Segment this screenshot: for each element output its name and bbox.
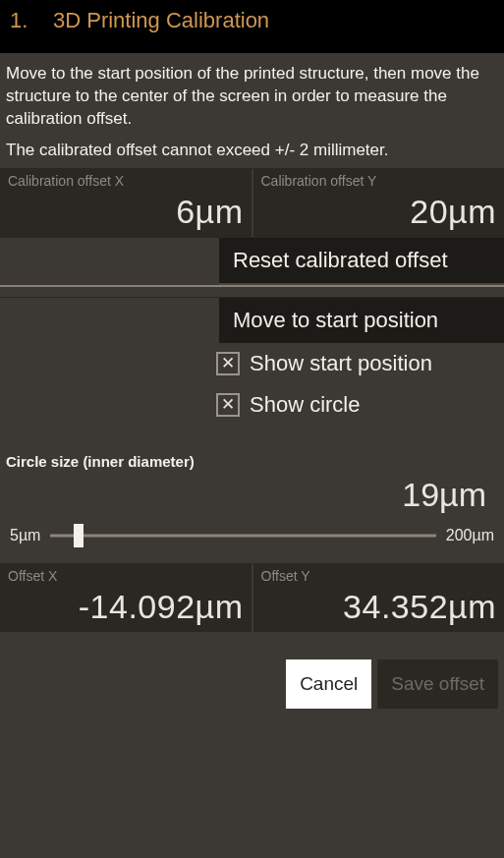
circle-size-value: 19µm bbox=[0, 470, 504, 518]
slider-track bbox=[50, 534, 435, 537]
show-start-position-label: Show start position bbox=[250, 351, 432, 376]
offset-y-field[interactable]: Offset Y 34.352µm bbox=[253, 564, 505, 632]
circle-size-label: Circle size (inner diameter) bbox=[0, 445, 504, 470]
show-circle-row: ✕ Show circle bbox=[0, 384, 504, 426]
section-number: 1. bbox=[10, 8, 53, 33]
instruction-text: Move to the start position of the printe… bbox=[0, 53, 504, 137]
offset-y-value: 34.352µm bbox=[261, 584, 497, 626]
offset-x-label: Offset X bbox=[8, 568, 244, 584]
calibration-offset-y-label: Calibration offset Y bbox=[261, 173, 497, 189]
offset-row: Offset X -14.092µm Offset Y 34.352µm bbox=[0, 563, 504, 632]
show-circle-label: Show circle bbox=[250, 392, 360, 418]
section-header: 1. 3D Printing Calibration bbox=[0, 0, 504, 53]
circle-size-max: 200µm bbox=[446, 527, 494, 544]
show-circle-checkbox[interactable]: ✕ bbox=[216, 393, 240, 417]
section-title: 3D Printing Calibration bbox=[53, 8, 269, 33]
divider bbox=[0, 285, 504, 287]
calibration-offset-row: Calibration offset X 6µm Calibration off… bbox=[0, 168, 504, 237]
save-offset-button[interactable]: Save offset bbox=[377, 659, 498, 709]
offset-x-field[interactable]: Offset X -14.092µm bbox=[0, 564, 252, 632]
circle-size-slider-row: 5µm 200µm bbox=[0, 518, 504, 563]
calibration-offset-y-value: 20µm bbox=[261, 189, 497, 231]
circle-size-slider[interactable] bbox=[50, 524, 435, 547]
calibration-offset-x-value: 6µm bbox=[8, 189, 244, 231]
calibration-offset-y-field[interactable]: Calibration offset Y 20µm bbox=[253, 169, 505, 237]
move-to-start-position-button[interactable]: Move to start position bbox=[219, 298, 504, 343]
offset-x-value: -14.092µm bbox=[8, 584, 244, 626]
circle-size-min: 5µm bbox=[10, 527, 40, 544]
reset-calibrated-offset-button[interactable]: Reset calibrated offset bbox=[219, 238, 504, 285]
cancel-button[interactable]: Cancel bbox=[286, 659, 371, 709]
limit-note: The calibrated offset cannot exceed +/- … bbox=[0, 137, 504, 168]
slider-thumb[interactable] bbox=[74, 524, 84, 547]
footer: Cancel Save offset bbox=[0, 632, 504, 718]
show-start-position-row: ✕ Show start position bbox=[0, 343, 504, 384]
show-start-position-checkbox[interactable]: ✕ bbox=[216, 352, 240, 375]
calibration-offset-x-label: Calibration offset X bbox=[8, 173, 244, 189]
offset-y-label: Offset Y bbox=[261, 568, 497, 584]
calibration-offset-x-field[interactable]: Calibration offset X 6µm bbox=[0, 169, 252, 237]
